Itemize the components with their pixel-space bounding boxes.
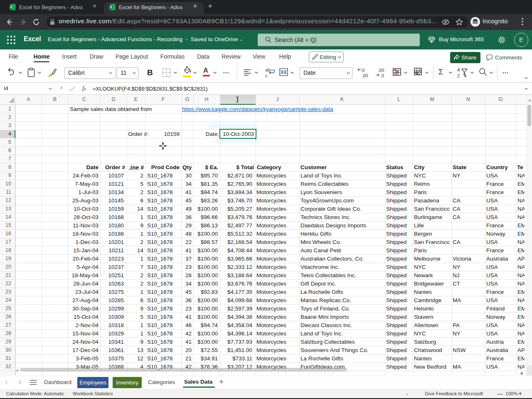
svg-text:.0: .0 (361, 68, 365, 73)
svg-text:A: A (457, 67, 460, 72)
svg-text:.0: .0 (380, 73, 384, 78)
svg-text:c: c (265, 73, 268, 78)
svg-text:X: X (110, 5, 112, 9)
svg-text:X: X (10, 5, 12, 9)
svg-text:Z: Z (457, 73, 460, 78)
svg-text:.00: .00 (378, 68, 384, 73)
svg-text:ab: ab (265, 67, 271, 72)
svg-text:.00: .00 (362, 73, 368, 78)
